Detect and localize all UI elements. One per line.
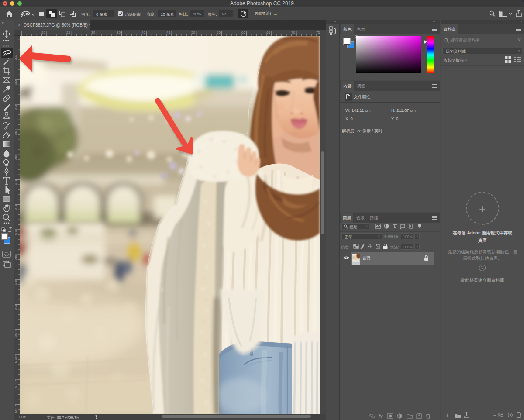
svg-text:fx: fx: [379, 413, 383, 419]
